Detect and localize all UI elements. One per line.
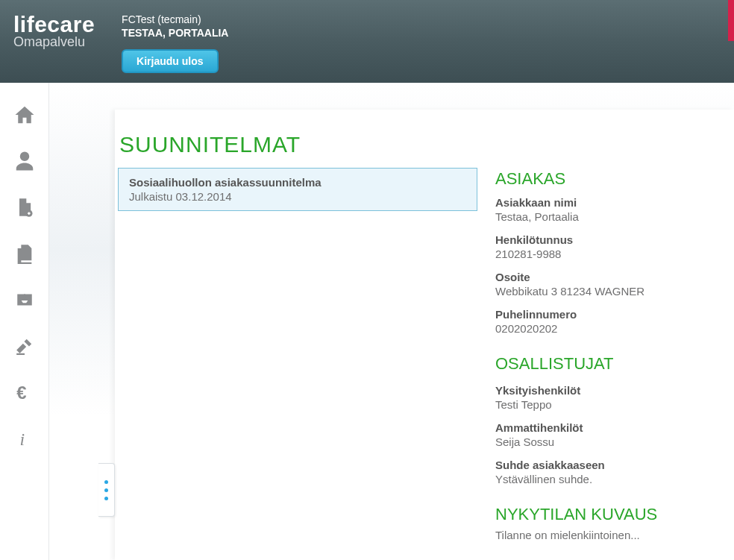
person-icon[interactable] [12,148,37,174]
asiakas-name-value: Testaa, Portaalia [495,210,727,223]
plan-item[interactable]: Sosiaalihuollon asiakassuunnitelma Julka… [118,168,477,211]
asiakas-ssn-value: 210281-9988 [495,248,727,260]
sidebar: € i [0,83,49,560]
documents-icon[interactable] [12,241,37,266]
content-card: SUUNNITELMAT Sosiaalihuollon asiakassuun… [115,110,734,560]
asiakas-address-label: Osoite [495,271,727,283]
sidebar-expand-handle[interactable] [98,463,115,517]
new-document-icon[interactable] [12,195,37,220]
logo-block: lifecare Omapalvelu [13,13,95,50]
osallistujat-relation-label: Suhde asiakkaaseen [495,459,727,471]
asiakas-ssn-label: Henkilötunnus [495,233,727,246]
osallistujat-pro-value: Seija Sossu [495,435,727,448]
gavel-icon[interactable] [12,333,37,359]
nykytilan-value: Tilanne on mielenkiintoinen... [495,529,727,541]
section-asiakas-heading: ASIAKAS [495,169,727,189]
osallistujat-private-value: Testi Teppo [495,398,727,411]
asiakas-address-value: Webbikatu 3 81234 WAGNER [495,285,727,298]
plan-published: Julkaistu 03.12.2014 [129,190,466,203]
section-osallistujat-heading: OSALLISTUJAT [495,354,727,374]
inbox-icon[interactable] [12,287,37,312]
logout-button[interactable]: Kirjaudu ulos [122,49,218,73]
header-user: FCTest (tecmain) TESTAA, PORTAALIA Kirja… [122,13,228,73]
drag-dots-icon [104,480,108,500]
info-icon[interactable]: i [12,426,37,451]
asiakas-name-label: Asiakkaan nimi [495,196,727,209]
osallistujat-private-label: Yksityishenkilöt [495,384,727,397]
page-title: SUUNNITELMAT [119,132,734,157]
section-nykytilan-heading: NYKYTILAN KUVAUS [495,505,727,524]
home-icon[interactable] [12,102,37,128]
header-accent [728,0,734,41]
content-area: SUUNNITELMAT Sosiaalihuollon asiakassuun… [49,83,734,560]
context-line1: FCTest (tecmain) [122,13,228,25]
asiakas-phone-value: 0202020202 [495,322,727,335]
osallistujat-relation-value: Ystävällinen suhde. [495,473,727,485]
app-header: lifecare Omapalvelu FCTest (tecmain) TES… [0,0,734,83]
euro-icon[interactable]: € [12,380,37,405]
svg-text:€: € [16,383,26,403]
logo-sub: Omapalvelu [13,34,95,50]
logo-main: lifecare [13,13,95,36]
plan-title: Sosiaalihuollon asiakassuunnitelma [129,176,466,189]
svg-text:i: i [19,430,25,449]
asiakas-phone-label: Puhelinnumero [495,308,727,321]
context-line2: TESTAA, PORTAALIA [122,27,228,39]
osallistujat-pro-label: Ammattihenkilöt [495,421,727,434]
